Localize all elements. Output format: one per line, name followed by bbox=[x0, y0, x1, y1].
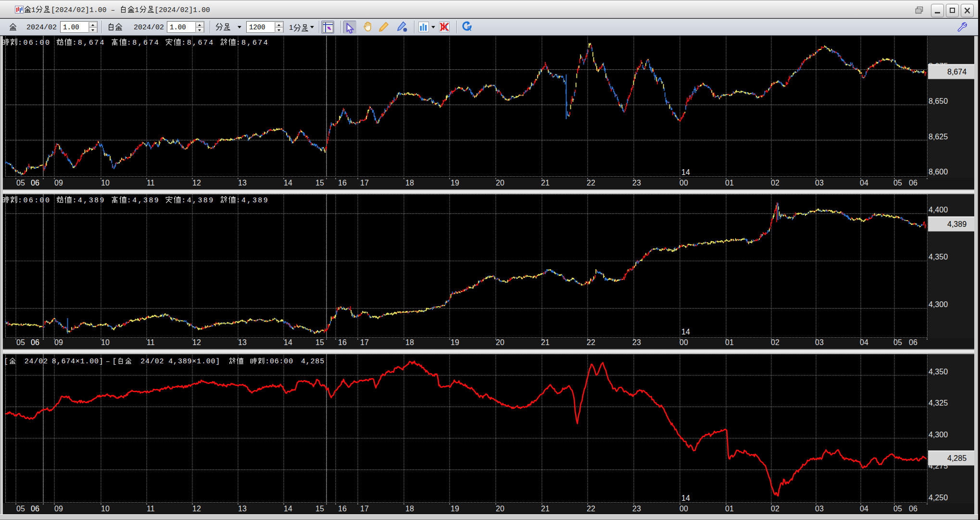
svg-text:17: 17 bbox=[360, 505, 369, 513]
svg-text:05: 05 bbox=[893, 179, 902, 187]
svg-text:18: 18 bbox=[405, 505, 414, 513]
svg-text:23: 23 bbox=[632, 505, 641, 513]
svg-text:05: 05 bbox=[16, 179, 25, 187]
svg-text:15: 15 bbox=[315, 338, 324, 347]
svg-text:18: 18 bbox=[405, 338, 414, 347]
svg-text:4,250: 4,250 bbox=[929, 494, 948, 502]
svg-text:8,674: 8,674 bbox=[947, 68, 967, 76]
svg-text:8,625: 8,625 bbox=[929, 133, 948, 141]
svg-text:06: 06 bbox=[31, 179, 39, 187]
svg-text:13: 13 bbox=[238, 179, 247, 187]
svg-text:22: 22 bbox=[587, 179, 595, 187]
svg-text:14: 14 bbox=[681, 168, 690, 176]
svg-text:4,350: 4,350 bbox=[929, 253, 948, 261]
svg-text:12: 12 bbox=[192, 505, 201, 513]
svg-text:10: 10 bbox=[101, 179, 110, 187]
svg-text:4,325: 4,325 bbox=[929, 399, 948, 407]
svg-text:11: 11 bbox=[147, 505, 155, 513]
svg-text:4,400: 4,400 bbox=[929, 206, 948, 214]
svg-text:10: 10 bbox=[101, 505, 110, 513]
svg-text:04: 04 bbox=[860, 179, 868, 187]
svg-text:12: 12 bbox=[192, 179, 201, 187]
svg-text:00: 00 bbox=[679, 179, 688, 187]
svg-text:05: 05 bbox=[16, 338, 25, 347]
svg-text:06: 06 bbox=[909, 505, 917, 513]
svg-text:16: 16 bbox=[338, 179, 347, 187]
svg-text:04: 04 bbox=[860, 338, 868, 347]
svg-text:11: 11 bbox=[147, 179, 155, 187]
svg-text:16: 16 bbox=[338, 505, 347, 513]
svg-text:05: 05 bbox=[893, 505, 902, 513]
svg-text:15: 15 bbox=[315, 505, 324, 513]
svg-text:22: 22 bbox=[587, 338, 595, 347]
svg-text:20: 20 bbox=[496, 179, 504, 187]
svg-text:22: 22 bbox=[587, 505, 595, 513]
svg-text:4,389: 4,389 bbox=[947, 220, 967, 228]
svg-text:14: 14 bbox=[284, 179, 292, 187]
svg-text:00: 00 bbox=[679, 338, 688, 347]
svg-text:20: 20 bbox=[496, 505, 504, 513]
svg-text:03: 03 bbox=[815, 505, 824, 513]
svg-text:23: 23 bbox=[632, 179, 641, 187]
svg-text:14: 14 bbox=[681, 328, 690, 336]
svg-text:19: 19 bbox=[451, 338, 459, 347]
svg-text:02: 02 bbox=[771, 505, 779, 513]
svg-text:10: 10 bbox=[101, 338, 110, 347]
svg-text:20: 20 bbox=[496, 338, 504, 347]
svg-text:15: 15 bbox=[315, 179, 324, 187]
svg-text:09: 09 bbox=[54, 505, 63, 513]
svg-text:05: 05 bbox=[893, 338, 902, 347]
svg-text:03: 03 bbox=[815, 338, 824, 347]
svg-text:02: 02 bbox=[771, 338, 779, 347]
svg-text:14: 14 bbox=[284, 338, 292, 347]
svg-text:4,300: 4,300 bbox=[929, 431, 948, 439]
svg-text:13: 13 bbox=[238, 338, 247, 347]
svg-text:06: 06 bbox=[909, 338, 917, 347]
svg-text:06: 06 bbox=[909, 179, 917, 187]
svg-text:05: 05 bbox=[16, 505, 25, 513]
svg-text:21: 21 bbox=[541, 179, 550, 187]
svg-text:14: 14 bbox=[681, 494, 690, 502]
svg-text:21: 21 bbox=[541, 338, 550, 347]
svg-text:09: 09 bbox=[54, 179, 63, 187]
svg-text:13: 13 bbox=[238, 505, 247, 513]
svg-text:R: R bbox=[467, 25, 472, 32]
svg-text:4,350: 4,350 bbox=[929, 368, 948, 376]
svg-text:00: 00 bbox=[679, 505, 688, 513]
svg-text:23: 23 bbox=[632, 338, 641, 347]
svg-text:21: 21 bbox=[541, 505, 550, 513]
svg-text:19: 19 bbox=[451, 505, 459, 513]
svg-text:8,600: 8,600 bbox=[929, 168, 948, 176]
svg-text:01: 01 bbox=[725, 338, 734, 347]
svg-text:04: 04 bbox=[860, 505, 868, 513]
svg-text:4,300: 4,300 bbox=[929, 300, 948, 309]
svg-text:16: 16 bbox=[338, 338, 347, 347]
svg-text:01: 01 bbox=[725, 179, 734, 187]
svg-text:14: 14 bbox=[284, 505, 292, 513]
svg-text:01: 01 bbox=[725, 505, 734, 513]
svg-text:06: 06 bbox=[31, 505, 39, 513]
svg-text:8,650: 8,650 bbox=[929, 97, 948, 105]
svg-text:19: 19 bbox=[451, 179, 459, 187]
svg-text:02: 02 bbox=[771, 179, 779, 187]
svg-text:03: 03 bbox=[815, 179, 824, 187]
svg-text:09: 09 bbox=[54, 338, 63, 347]
svg-text:11: 11 bbox=[147, 338, 155, 347]
svg-text:4,285: 4,285 bbox=[947, 454, 967, 462]
svg-text:12: 12 bbox=[192, 338, 201, 347]
svg-text:06: 06 bbox=[31, 338, 39, 347]
svg-text:18: 18 bbox=[405, 179, 414, 187]
svg-text:17: 17 bbox=[360, 179, 369, 187]
svg-text:17: 17 bbox=[360, 338, 369, 347]
